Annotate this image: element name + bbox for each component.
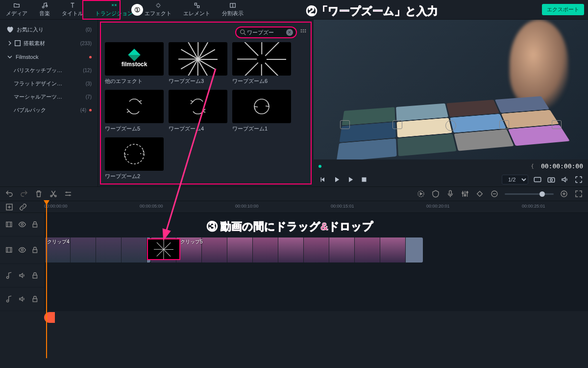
- tab-label: エフェクト: [145, 10, 172, 17]
- playhead[interactable]: [46, 201, 47, 358]
- zoom-fit-icon[interactable]: [574, 189, 583, 198]
- sidebar-favorites[interactable]: お気に入り (0): [0, 23, 98, 36]
- sidebar-sub-item[interactable]: パリスケッチブッ…(12): [0, 64, 98, 77]
- preview-scrubber: { 00:00:00:00: [314, 159, 588, 173]
- split-button[interactable]: [49, 189, 58, 198]
- audio-mixer-icon[interactable]: [461, 189, 469, 198]
- new-indicator-icon: [89, 109, 92, 111]
- search-input[interactable]: [247, 29, 286, 35]
- preview-viewport[interactable]: [314, 20, 588, 159]
- mute-icon[interactable]: [18, 271, 26, 280]
- quality-icon[interactable]: [533, 175, 542, 184]
- svg-rect-7: [301, 29, 302, 30]
- new-indicator-icon: [89, 56, 92, 58]
- lock-icon[interactable]: [31, 295, 39, 304]
- grid-view-icon[interactable]: [300, 28, 307, 36]
- annotation-highlight: [82, 0, 121, 20]
- ruler-mark: 00:00:15:01: [331, 204, 354, 209]
- sparkle-icon: [154, 2, 162, 9]
- svg-rect-30: [33, 224, 37, 227]
- ruler-mark: 00:00:25:01: [522, 204, 545, 209]
- sidebar-sub-item[interactable]: フラットデザイン…(3): [0, 77, 98, 90]
- volume-icon[interactable]: [561, 175, 569, 184]
- fullscreen-icon[interactable]: [574, 175, 583, 184]
- lock-icon[interactable]: [31, 220, 39, 229]
- tab-element[interactable]: エレメント: [177, 0, 216, 19]
- svg-rect-20: [449, 190, 452, 194]
- transition-item[interactable]: ワープズーム1: [232, 90, 291, 132]
- prev-frame-button[interactable]: [318, 175, 327, 184]
- music-icon[interactable]: [5, 271, 13, 280]
- lock-icon[interactable]: [31, 271, 39, 280]
- tab-audio[interactable]: 音楽: [33, 0, 56, 19]
- svg-point-29: [21, 223, 23, 225]
- svg-point-17: [50, 195, 52, 197]
- bracket-icon: {: [531, 163, 534, 169]
- render-icon[interactable]: [416, 189, 425, 198]
- svg-rect-24: [477, 191, 483, 197]
- sidebar-item-label: マーシャルアーツ…: [14, 93, 86, 101]
- mute-icon[interactable]: [18, 295, 26, 304]
- zoom-out-icon[interactable]: [490, 189, 499, 198]
- visibility-icon[interactable]: [18, 246, 26, 255]
- play-button[interactable]: [332, 175, 341, 184]
- zoom-slider[interactable]: [505, 193, 554, 195]
- export-button[interactable]: エクスポート: [542, 4, 584, 15]
- voiceover-icon[interactable]: [446, 189, 455, 198]
- box-icon: [14, 39, 22, 47]
- video-clip[interactable]: クリップ4: [45, 237, 150, 263]
- svg-rect-10: [301, 31, 302, 32]
- film-icon[interactable]: [5, 220, 13, 229]
- delete-button[interactable]: [34, 189, 43, 198]
- redo-button[interactable]: [20, 189, 28, 198]
- shapes-icon: [193, 2, 201, 9]
- adjust-button[interactable]: [64, 189, 73, 198]
- transition-item[interactable]: ワープズーム6: [232, 42, 291, 85]
- search-input-wrap[interactable]: ✕: [235, 26, 297, 38]
- undo-button[interactable]: [5, 189, 14, 198]
- tab-label: エレメント: [183, 10, 210, 17]
- svg-rect-12: [305, 31, 306, 32]
- sidebar-item-count: (3): [86, 81, 92, 86]
- marker-icon[interactable]: [431, 189, 440, 198]
- svg-point-21: [462, 192, 464, 194]
- play-forward-button[interactable]: [346, 175, 355, 184]
- annotation-badge: ①: [131, 4, 143, 16]
- svg-rect-15: [548, 178, 555, 182]
- timeline-ruler[interactable]: 00:00:00:00 00:00:05:00 00:00:10:00 00:0…: [0, 201, 588, 213]
- sidebar-item-label: フラットデザイン…: [14, 80, 86, 87]
- svg-point-23: [466, 192, 468, 193]
- sidebar-sub-item[interactable]: バブルパック(4): [0, 104, 98, 117]
- stop-button[interactable]: [360, 175, 368, 184]
- timeline: 00:00:00:00 00:00:05:00 00:00:10:00 00:0…: [0, 201, 588, 311]
- sidebar-filmstock[interactable]: Filmstock: [0, 50, 98, 64]
- sidebar: お気に入り (0) 搭載素材 (233) Filmstock パリスケッチブッ……: [0, 20, 98, 186]
- svg-rect-28: [6, 222, 12, 227]
- film-icon[interactable]: [5, 246, 13, 255]
- snapshot-icon[interactable]: [547, 175, 556, 184]
- tab-label: タイトル: [62, 10, 83, 17]
- keyframe-icon[interactable]: [475, 189, 484, 198]
- zoom-select[interactable]: 1/2: [502, 175, 528, 184]
- tab-effect[interactable]: エフェクト: [139, 0, 177, 19]
- sidebar-item-label: お気に入り: [17, 26, 86, 33]
- music-icon[interactable]: [5, 295, 13, 304]
- add-track-icon[interactable]: [5, 203, 14, 211]
- tab-media[interactable]: メディア: [0, 0, 33, 19]
- lock-icon[interactable]: [31, 246, 39, 255]
- ruler-mark: 00:00:20:01: [426, 204, 450, 209]
- tab-split[interactable]: 分割表示: [216, 0, 249, 19]
- zoom-in-icon[interactable]: [560, 189, 568, 198]
- sidebar-item-label: バブルパック: [14, 106, 80, 114]
- text-icon: [69, 2, 76, 9]
- link-icon[interactable]: [19, 203, 27, 211]
- preview-controls: 1/2: [314, 173, 588, 186]
- timecode: 00:00:00:00: [541, 162, 583, 170]
- sidebar-builtin[interactable]: 搭載素材 (233): [0, 36, 98, 50]
- sidebar-item-label: パリスケッチブッ…: [14, 67, 83, 74]
- sidebar-sub-item[interactable]: マーシャルアーツ…(7): [0, 90, 98, 104]
- preview-overlay-icons: [314, 115, 588, 136]
- clear-search-icon[interactable]: ✕: [286, 29, 293, 36]
- chevron-right-icon: [6, 39, 14, 47]
- visibility-icon[interactable]: [18, 220, 26, 229]
